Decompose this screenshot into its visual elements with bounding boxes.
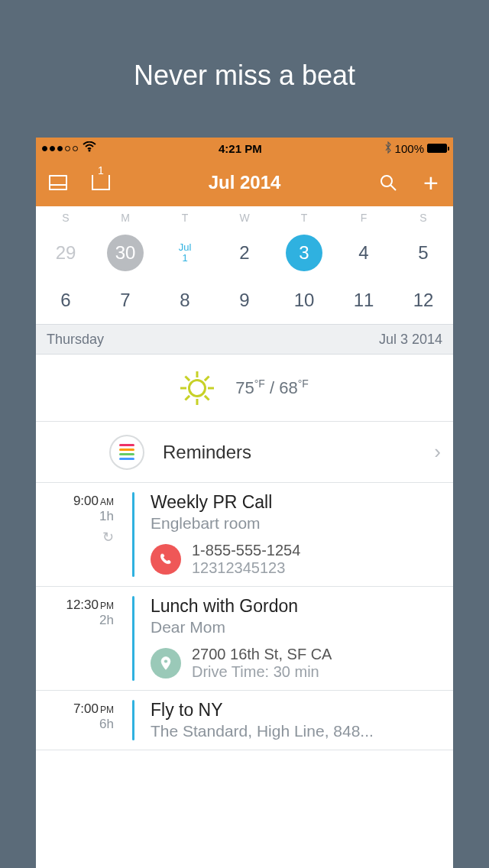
share-badge: 1	[98, 164, 104, 177]
event-ampm: AM	[100, 497, 114, 507]
event-rail	[121, 596, 144, 681]
battery-percent: 100%	[395, 142, 424, 155]
event-start-time: 9:00	[73, 494, 99, 508]
cell-signal-icon	[42, 146, 78, 151]
event-title: Weekly PR Call	[151, 492, 441, 513]
event-start-time: 12:30	[66, 598, 99, 612]
calendar-weekday-header: S M T W T F S	[36, 206, 453, 229]
weekday-label: W	[215, 212, 274, 224]
svg-point-3	[164, 659, 168, 663]
reminders-icon	[109, 435, 144, 470]
event-time: 9:00AM1h↻	[36, 492, 121, 577]
event-body: Lunch with GordonDear Mom2700 16th St, S…	[144, 596, 441, 681]
event-subtitle: Dear Mom	[151, 618, 441, 636]
calendar-day[interactable]: 6	[36, 290, 96, 311]
calendar-day-today[interactable]: 30	[96, 235, 155, 271]
share-icon: 1	[92, 175, 110, 190]
calendar-day-selected[interactable]: 3	[274, 235, 334, 271]
calendar-day[interactable]: 10	[274, 290, 334, 311]
event-body: Weekly PR CallEnglebart room1-855-555-12…	[144, 492, 441, 577]
search-button[interactable]	[377, 173, 400, 192]
weekday-label: T	[274, 212, 334, 224]
event-ampm: PM	[100, 704, 114, 715]
reminders-label: Reminders	[163, 442, 251, 463]
battery-icon	[427, 144, 447, 153]
weekday-label: S	[36, 212, 96, 224]
svg-line-2	[390, 185, 396, 190]
share-button[interactable]: 1	[89, 175, 112, 190]
event-drive-time: Drive Time: 30 min	[192, 663, 332, 681]
event-row[interactable]: 12:30PM2hLunch with GordonDear Mom2700 1…	[36, 587, 453, 691]
weather-row[interactable]: 75°F / 68°F	[36, 355, 453, 422]
month-stub-label: Jul	[179, 242, 192, 253]
status-bar: 4:21 PM 100%	[36, 138, 453, 159]
event-time: 7:00PM6h	[36, 700, 121, 740]
calendar-row: 29 30 Jul 1 2 3 4 5	[36, 229, 453, 277]
event-time: 12:30PM2h	[36, 596, 121, 681]
view-mode-icon	[49, 175, 67, 190]
reminders-row[interactable]: Reminders ›	[36, 422, 453, 483]
calendar-day[interactable]: 2	[215, 242, 274, 264]
event-phone: 1-855-555-1254	[192, 542, 300, 559]
location-icon[interactable]	[151, 648, 181, 679]
event-phone-code: 12312345123	[192, 559, 300, 577]
weekday-label: S	[393, 212, 453, 224]
calendar-day[interactable]: 12	[393, 290, 453, 311]
calendar-day[interactable]: 4	[334, 242, 393, 264]
event-duration: 6h	[36, 717, 114, 732]
day-section-header: Thursday Jul 3 2014	[36, 324, 453, 355]
search-icon	[379, 173, 397, 192]
event-ampm: PM	[100, 601, 114, 611]
wifi-icon	[83, 141, 96, 155]
event-subtitle: Englebart room	[151, 514, 441, 533]
weather-temps: 75°F / 68°F	[235, 377, 309, 398]
event-title: Fly to NY	[151, 700, 441, 721]
event-duration: 1h	[36, 509, 114, 524]
svg-point-0	[89, 150, 91, 152]
event-rail	[121, 492, 144, 577]
weekday-label: T	[155, 212, 215, 224]
weekday-label: F	[334, 212, 393, 224]
event-rail	[121, 700, 144, 740]
add-button[interactable]: +	[419, 170, 442, 196]
calendar-day[interactable]: 11	[334, 290, 393, 311]
calendar-day[interactable]: 5	[393, 242, 453, 264]
repeat-icon: ↻	[36, 529, 114, 546]
day-date: Jul 3 2014	[379, 332, 442, 348]
event-duration: 2h	[36, 613, 114, 628]
calendar-day[interactable]: 7	[96, 290, 155, 311]
marketing-tagline: Never miss a beat	[0, 0, 489, 92]
bluetooth-icon	[384, 141, 392, 156]
event-row[interactable]: 7:00PM6hFly to NYThe Standard, High Line…	[36, 691, 453, 750]
event-subtitle: The Standard, High Line, 848...	[151, 722, 441, 740]
event-row[interactable]: 9:00AM1h↻Weekly PR CallEnglebart room1-8…	[36, 483, 453, 587]
calendar-day[interactable]: 9	[215, 290, 274, 311]
status-time: 4:21 PM	[219, 142, 262, 155]
weekday-label: M	[96, 212, 155, 224]
plus-icon: +	[423, 170, 439, 196]
svg-point-1	[381, 176, 392, 186]
view-mode-button[interactable]	[47, 175, 70, 190]
calendar-day-month-start[interactable]: Jul 1	[155, 242, 215, 264]
calendar-day[interactable]: 29	[36, 242, 96, 264]
chevron-right-icon: ›	[434, 440, 441, 464]
event-body: Fly to NYThe Standard, High Line, 848...	[144, 700, 441, 740]
phone-icon[interactable]	[151, 544, 181, 575]
calendar-day[interactable]: 8	[155, 290, 215, 311]
event-title: Lunch with Gordon	[151, 596, 441, 617]
sun-icon	[180, 371, 214, 405]
month-stub-day: 1	[179, 253, 192, 264]
nav-bar: 1 Jul 2014 +	[36, 159, 453, 206]
nav-title[interactable]: Jul 2014	[209, 172, 281, 193]
phone-frame: 4:21 PM 100% 1 Jul 2014 + S M	[36, 138, 453, 868]
calendar-row: 6 7 8 9 10 11 12	[36, 277, 453, 324]
event-start-time: 7:00	[73, 701, 99, 716]
day-name: Thursday	[47, 332, 104, 348]
event-address: 2700 16th St, SF CA	[192, 646, 332, 663]
